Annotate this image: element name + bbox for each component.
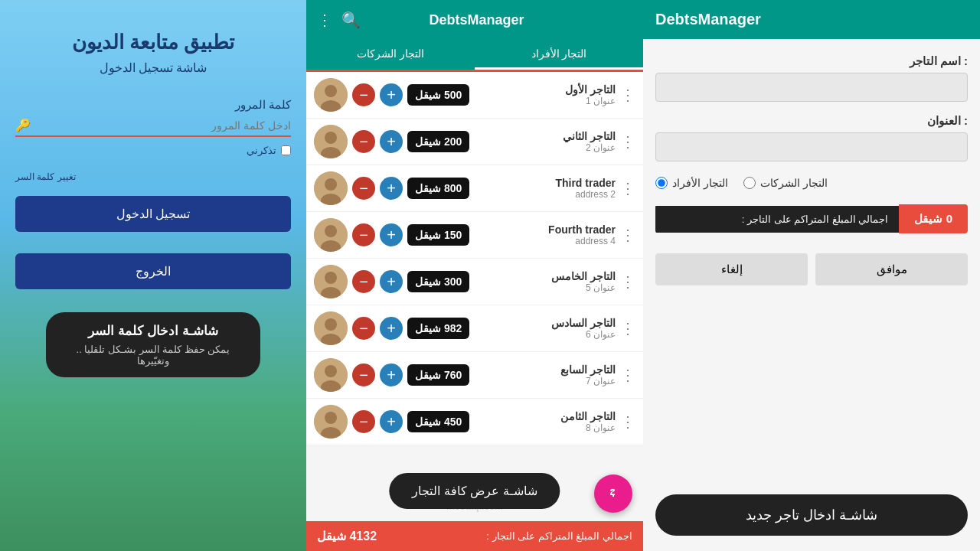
tooltip-desc: يمكن حفظ كلمة السر بشـكل تلقليا .. وتغيّ… — [63, 344, 243, 367]
minus-button[interactable]: − — [352, 270, 375, 293]
login-button[interactable]: تسجيل الدخول — [15, 196, 291, 232]
minus-button[interactable]: − — [352, 130, 375, 153]
plus-button[interactable]: + — [380, 270, 403, 293]
remember-row: تذكرني — [15, 145, 291, 156]
more-button[interactable]: ⋮ — [620, 319, 635, 337]
trader-address: address 2 — [474, 189, 616, 200]
change-password-link[interactable]: تغيير كلمة السر — [15, 171, 76, 182]
add-trader-panel: DebtsManager : اسم التاجر : العنوان التج… — [643, 0, 980, 551]
plus-button[interactable]: + — [380, 177, 403, 200]
login-panel: تطبيق متابعة الديون شاشة تسجيل الدخول كل… — [0, 0, 306, 551]
plus-button[interactable]: + — [380, 83, 403, 106]
more-button[interactable]: ⋮ — [620, 179, 635, 197]
more-button[interactable]: ⋮ — [620, 412, 635, 431]
confirm-button[interactable]: موافق — [815, 253, 968, 285]
address-label: : العنوان — [927, 114, 968, 128]
password-input[interactable] — [35, 119, 291, 132]
footer-amount: 4132 شيقل — [317, 529, 377, 543]
traders-app-title: DebtsManager — [361, 12, 593, 28]
plus-button[interactable]: + — [380, 130, 403, 153]
svg-point-1 — [325, 85, 337, 97]
traders-footer: اجمالي المبلغ المتراكم على التجار : 4132… — [306, 521, 643, 551]
trader-name: التاجر الثاني — [474, 130, 616, 142]
screen-label: شاشة تسجيل الدخول — [100, 60, 207, 75]
minus-button[interactable]: − — [352, 223, 375, 246]
plus-button[interactable]: + — [380, 317, 403, 340]
trader-address: عنوان 2 — [474, 142, 616, 153]
app-title: تطبيق متابعة الديون — [72, 31, 234, 54]
minus-button[interactable]: − — [352, 317, 375, 340]
trader-info: التاجر الأول عنوان 1 — [474, 83, 616, 106]
total-label-text: اجمالي المبلغ المتراكم على التاجر : — [655, 206, 899, 233]
avatar — [314, 265, 348, 298]
trader-name: التاجر الأول — [474, 83, 616, 96]
trader-name: Fourth trader — [474, 223, 616, 236]
trader-info: التاجر الثاني عنوان 2 — [474, 130, 616, 153]
password-label: كلمة المرور — [235, 98, 291, 112]
svg-point-7 — [325, 178, 337, 191]
trader-name-input[interactable] — [655, 73, 968, 102]
trader-amount: 450 شيقل — [407, 411, 469, 432]
avatar — [314, 358, 348, 392]
trader-item: ⋮ التاجر السابع عنوان 7 760 شيقل + − — [306, 352, 643, 399]
minus-button[interactable]: − — [352, 364, 375, 386]
radio-companies-option[interactable]: التجار الشركات — [743, 177, 828, 189]
add-app-title: DebtsManager — [643, 0, 980, 39]
fab-add-button[interactable] — [594, 474, 632, 513]
more-button[interactable]: ⋮ — [620, 226, 635, 244]
action-buttons: إلغاء موافق — [655, 253, 968, 285]
header-icons: ⋮ 🔍 — [317, 11, 361, 29]
password-input-row[interactable]: 🔑 — [15, 115, 291, 137]
trader-address: عنوان 7 — [474, 376, 616, 386]
svg-point-13 — [325, 272, 337, 284]
trader-item: ⋮ التاجر الثامن عنوان 8 450 شيقل + − — [306, 399, 643, 445]
trader-amount: 200 شيقل — [407, 131, 469, 152]
key-icon: 🔑 — [15, 118, 31, 132]
svg-point-4 — [325, 132, 337, 144]
address-input[interactable] — [655, 132, 968, 161]
more-button[interactable]: ⋮ — [620, 272, 635, 291]
search-icon[interactable]: 🔍 — [341, 11, 361, 29]
minus-button[interactable]: − — [352, 410, 375, 433]
tab-companies[interactable]: التجار الشركات — [306, 40, 475, 70]
plus-button[interactable]: + — [380, 410, 403, 433]
trader-amount: 500 شيقل — [407, 84, 469, 106]
trader-amount: 760 شيقل — [407, 364, 469, 386]
avatar — [314, 405, 348, 439]
menu-icon[interactable]: ⋮ — [317, 11, 332, 29]
radio-companies[interactable] — [743, 177, 756, 189]
traders-tabs: التجار الشركات التجار الأفراد — [306, 40, 643, 72]
remember-checkbox[interactable] — [281, 145, 291, 155]
avatar — [314, 218, 348, 252]
more-button[interactable]: ⋮ — [620, 86, 635, 104]
add-tooltip: شاشـة ادخال تاجر جديد — [655, 494, 968, 536]
plus-button[interactable]: + — [380, 223, 403, 246]
traders-tooltip: شاشـة عرض كافة التجار — [389, 473, 560, 509]
total-row: اجمالي المبلغ المتراكم على التاجر : 0 شي… — [655, 204, 968, 233]
trader-type-group: التجار الشركات التجار الأفراد — [655, 177, 968, 189]
trader-name-label: : اسم التاجر — [910, 54, 968, 68]
cancel-button[interactable]: إلغاء — [655, 253, 808, 285]
more-button[interactable]: ⋮ — [620, 366, 635, 384]
login-tooltip: شاشـة ادخال كلمة السر يمكن حفظ كلمة السر… — [46, 312, 260, 377]
trader-address: عنوان 5 — [474, 282, 616, 293]
total-value: 0 شيقل — [899, 204, 968, 233]
trader-name-group: : اسم التاجر — [655, 54, 968, 102]
trader-address: عنوان 6 — [474, 329, 616, 340]
traders-header: ⋮ 🔍 DebtsManager — [306, 0, 643, 40]
add-form: : اسم التاجر : العنوان التجار الشركات ال… — [643, 39, 980, 479]
minus-button[interactable]: − — [352, 177, 375, 200]
tab-individuals[interactable]: التجار الأفراد — [475, 40, 643, 70]
trader-info: Fourth trader address 4 — [474, 223, 616, 246]
radio-individuals[interactable] — [655, 177, 668, 189]
avatar — [314, 125, 348, 158]
more-button[interactable]: ⋮ — [620, 132, 635, 151]
plus-button[interactable]: + — [380, 364, 403, 386]
trader-item: ⋮ التاجر الثاني عنوان 2 200 شيقل + − — [306, 119, 643, 165]
radio-individuals-option[interactable]: التجار الأفراد — [655, 177, 728, 189]
trader-name: Third trader — [474, 177, 616, 189]
trader-address: عنوان 1 — [474, 96, 616, 106]
trader-name: التاجر الخامس — [474, 270, 616, 282]
minus-button[interactable]: − — [352, 83, 375, 106]
exit-button[interactable]: الخروج — [15, 253, 291, 289]
